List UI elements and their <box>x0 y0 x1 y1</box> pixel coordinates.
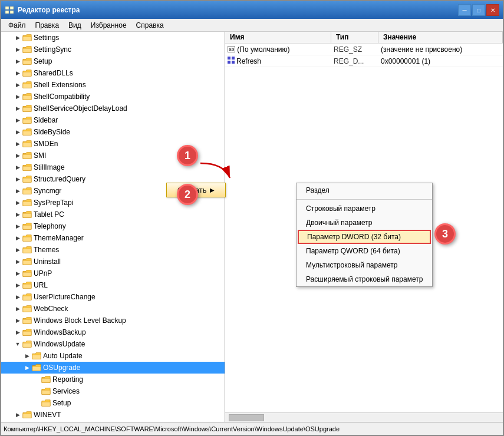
tree-arrow-icon[interactable]: ▶ <box>13 410 22 420</box>
context-menu-item[interactable]: Двоичный параметр <box>297 216 432 230</box>
tree-arrow-icon[interactable]: ▶ <box>13 257 22 266</box>
tree-arrow-icon[interactable]: ▶ <box>13 292 22 302</box>
tree-panel: ▶ Settings▶ SettingSync▶ Setup▶ SharedDL… <box>1 32 225 422</box>
tree-item[interactable]: ▶ ShellCompatibility <box>1 91 225 103</box>
folder-icon <box>41 398 51 408</box>
tree-arrow-icon[interactable]: ▶ <box>13 280 22 290</box>
tree-item-label: WINEVT <box>34 411 61 419</box>
statusbar: Компьютер\HKEY_LOCAL_MACHINE\SOFTWARE\Mi… <box>1 422 503 435</box>
tree-arrow-icon[interactable]: ▶ <box>13 198 22 207</box>
tree-item[interactable]: ▶ Telephony <box>1 220 225 232</box>
tree-item[interactable]: Reporting <box>1 374 225 385</box>
tree-item[interactable]: ▶ Shell Extensions <box>1 79 225 91</box>
tree-item[interactable]: ▶ Sidebar <box>1 114 225 126</box>
context-menu-item[interactable]: Строковый параметр <box>297 202 432 216</box>
right-item-name: Refresh <box>225 57 331 65</box>
step-circle-1: 1 <box>177 145 198 166</box>
tree-item-label: Tablet PC <box>34 210 64 219</box>
tree-arrow-icon[interactable]: ▶ <box>13 45 22 54</box>
tree-item[interactable]: ▶ ThemeManager <box>1 232 225 244</box>
tree-scroll[interactable]: ▶ Settings▶ SettingSync▶ Setup▶ SharedDL… <box>1 32 225 422</box>
tree-item[interactable]: ▶ Tablet PC <box>1 209 225 220</box>
tree-arrow-icon[interactable]: ▶ <box>13 139 22 148</box>
menu-item-файл[interactable]: Файл <box>4 20 31 31</box>
tree-item[interactable]: ▶ SettingSync <box>1 44 225 55</box>
tree-arrow-icon[interactable]: ▶ <box>22 363 32 372</box>
folder-icon <box>22 186 32 196</box>
tree-item[interactable]: ▶ UserPictureChange <box>1 291 225 303</box>
folder-icon <box>22 151 32 160</box>
tree-item[interactable]: ▶ Uninstall <box>1 256 225 267</box>
folder-icon <box>22 92 32 101</box>
right-panel-item[interactable]: ab(По умолчанию)REG_SZ(значение не присв… <box>225 44 503 55</box>
right-item-value: (значение не присвоено) <box>378 45 503 54</box>
right-item-name-text: (По умолчанию) <box>237 45 289 54</box>
tree-item-label: Services <box>52 387 80 395</box>
menu-item-вид[interactable]: Вид <box>64 20 86 31</box>
tree-arrow-icon[interactable]: ▶ <box>13 269 22 278</box>
tree-arrow-icon[interactable]: ▶ <box>13 57 22 66</box>
tree-arrow-icon[interactable] <box>32 398 41 408</box>
tree-arrow-icon[interactable]: ▶ <box>13 210 22 219</box>
tree-item[interactable]: ▼ WindowsUpdate <box>1 338 225 350</box>
tree-arrow-icon[interactable]: ▶ <box>13 245 22 255</box>
context-menu-item[interactable]: Параметр QWORD (64 бита) <box>297 244 432 258</box>
tree-item[interactable]: ▶ Windows Block Level Backup <box>1 315 225 326</box>
create-submenu-arrow-icon: ▶ <box>210 187 215 193</box>
tree-arrow-icon[interactable]: ▶ <box>13 80 22 90</box>
tree-item[interactable]: ▶ Auto Update <box>1 350 225 362</box>
tree-item[interactable]: ▶ Themes <box>1 244 225 256</box>
tree-item-label: StillImage <box>34 163 65 171</box>
tree-arrow-icon[interactable]: ▼ <box>13 339 22 349</box>
context-menu-item[interactable]: Параметр DWORD (32 бита) <box>298 230 431 244</box>
tree-arrow-icon[interactable]: ▶ <box>13 316 22 325</box>
context-menu-item[interactable]: Мультистроковый параметр <box>297 258 432 272</box>
context-menu-item[interactable]: Раздел <box>297 183 432 197</box>
tree-item[interactable]: ▶ SharedDLLs <box>1 67 225 79</box>
tree-item[interactable]: ▶ UPnP <box>1 267 225 279</box>
tree-item[interactable]: ▶ WebCheck <box>1 303 225 315</box>
tree-item[interactable]: ▶ URL <box>1 279 225 291</box>
menu-item-правка[interactable]: Правка <box>31 20 64 31</box>
tree-item-label: WindowsBackup <box>34 328 86 336</box>
minimize-button[interactable]: ─ <box>458 4 471 16</box>
tree-item[interactable]: ▶ Setup <box>1 55 225 67</box>
tree-arrow-icon[interactable]: ▶ <box>13 92 22 101</box>
tree-arrow-icon[interactable]: ▶ <box>13 104 22 113</box>
context-menu-item[interactable]: Расширяемый строковый параметр <box>297 272 432 286</box>
tree-arrow-icon[interactable] <box>32 375 41 384</box>
tree-arrow-icon[interactable]: ▶ <box>13 115 22 125</box>
maximize-button[interactable]: □ <box>472 4 485 16</box>
close-button[interactable]: ✕ <box>486 4 499 16</box>
tree-item[interactable]: ▶ WINEVT <box>1 409 225 421</box>
tree-item[interactable]: ▶ OSUpgrade <box>1 362 225 374</box>
tree-item[interactable]: ▶ WindowsBackup <box>1 326 225 338</box>
tree-item[interactable]: Setup <box>1 397 225 409</box>
tree-arrow-icon[interactable]: ▶ <box>13 304 22 313</box>
horizontal-scrollbar[interactable] <box>225 412 503 422</box>
tree-arrow-icon[interactable]: ▶ <box>13 127 22 137</box>
tree-arrow-icon[interactable]: ▶ <box>13 174 22 184</box>
menu-item-справка[interactable]: Справка <box>131 20 169 31</box>
tree-arrow-icon[interactable]: ▶ <box>13 186 22 196</box>
tree-item[interactable]: ▶ SideBySide <box>1 126 225 138</box>
tree-arrow-icon[interactable]: ▶ <box>13 222 22 231</box>
right-panel-header: Имя Тип Значение <box>225 32 503 44</box>
folder-icon <box>22 410 32 420</box>
folder-icon <box>22 104 32 113</box>
tree-arrow-icon[interactable]: ▶ <box>13 68 22 78</box>
tree-arrow-icon[interactable]: ▶ <box>13 163 22 172</box>
tree-item[interactable]: ▶ ShellServiceObjectDelayLoad <box>1 103 225 114</box>
right-panel-item[interactable]: RefreshREG_D...0x00000001 (1) <box>225 55 503 67</box>
tree-arrow-icon[interactable]: ▶ <box>13 151 22 160</box>
tree-arrow-icon[interactable]: ▶ <box>13 33 22 42</box>
tree-item[interactable]: Services <box>1 385 225 397</box>
svg-rect-4 <box>228 57 230 60</box>
tree-item[interactable]: ▶ Settings <box>1 32 225 44</box>
menu-item-избранное[interactable]: Избранное <box>86 20 131 31</box>
tree-arrow-icon[interactable]: ▶ <box>22 351 32 361</box>
scrollbar-thumb[interactable] <box>229 414 264 421</box>
tree-arrow-icon[interactable]: ▶ <box>13 328 22 337</box>
tree-arrow-icon[interactable]: ▶ <box>13 233 22 243</box>
tree-arrow-icon[interactable] <box>32 387 41 396</box>
